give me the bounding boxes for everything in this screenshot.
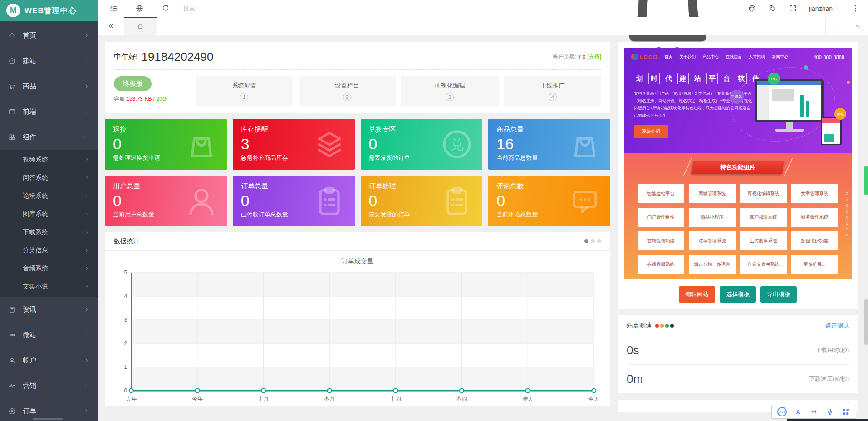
setup-step[interactable]: 上线推广 4 (504, 76, 602, 106)
sidebar-item[interactable]: 建站 (0, 48, 98, 73)
tab-home[interactable] (124, 17, 157, 35)
stat-card[interactable]: 商品总量 16 当前商品总数量 (488, 119, 610, 170)
feature-item: 门户管理组件 (638, 208, 684, 227)
sidebar-subitem-label: 分类信息 (23, 246, 84, 255)
feature-item: 上传图库系统 (740, 231, 787, 250)
tablet-illustration (821, 117, 842, 145)
feature-item: 微站小程序 (689, 208, 736, 227)
sidebar-item-label: 营销 (23, 382, 83, 390)
capacity-total: / 20G (153, 96, 167, 102)
template-action-button[interactable]: 编辑网站 (679, 286, 715, 303)
collapse-menu-icon[interactable] (109, 4, 118, 13)
sidebar-item[interactable]: 首页 (0, 23, 98, 48)
globe-icon[interactable] (135, 4, 144, 13)
home-icon (137, 23, 144, 30)
svg-text:1: 1 (124, 364, 127, 370)
sidebar-item[interactable]: 组件 (0, 124, 98, 150)
sidebar-subitem[interactable]: 文集小说 (0, 278, 98, 296)
tag-icon[interactable] (768, 4, 777, 13)
sidebar-item[interactable]: 微站 (0, 322, 98, 348)
setup-step[interactable]: 设置栏目 2 (299, 76, 396, 106)
sidebar-subitem[interactable]: 音频系统 (0, 259, 98, 278)
feature-item: 数据维护功能 (791, 231, 838, 250)
promo-logo: LOGO (631, 54, 657, 60)
promo-phone: 400-800-8888 (813, 54, 844, 60)
refresh-icon[interactable] (161, 4, 170, 13)
sidebar-item[interactable]: 营销 (0, 373, 98, 398)
ifly-logo-icon[interactable]: iFLY (777, 407, 787, 416)
ime-menu-icon[interactable] (841, 407, 850, 416)
chat-icon (567, 183, 603, 219)
recharge-link[interactable]: [充值] (587, 53, 601, 61)
promo-carousel-dots (846, 192, 848, 236)
run-speedtest-link[interactable]: 点击测试 (825, 322, 849, 330)
chevron-right-icon (84, 211, 89, 217)
user-menu[interactable]: jianzhan (809, 5, 839, 12)
svg-text:5: 5 (124, 269, 127, 276)
scrollbar-thumb[interactable] (864, 166, 868, 195)
promo-cta-button: 系统介绍 (634, 125, 668, 138)
promo-nav-item: 人才招聘 (749, 54, 765, 60)
sidebar-subitem[interactable]: 问答系统 (0, 169, 98, 187)
step-title: 设置栏目 (335, 82, 359, 90)
setup-step[interactable]: 可视化编辑 3 (401, 76, 499, 106)
statistics-title: 数据统计 (114, 237, 139, 245)
sidebar-subitem[interactable]: 图库系统 (0, 205, 98, 223)
promo-nav-item: 关于我们 (679, 54, 696, 60)
carousel-dot[interactable] (597, 239, 601, 243)
tabs-scroll-right-button[interactable] (825, 17, 847, 35)
user-icon (8, 357, 16, 364)
stat-card[interactable]: 库存提醒 3 急需补充商品库存 (233, 119, 355, 170)
tabs-menu-button[interactable] (847, 17, 868, 35)
step-number: 4 (549, 93, 557, 101)
microphone-icon[interactable] (825, 407, 834, 416)
feature-item: 财务管理系统 (791, 208, 838, 227)
step-title: 上线推广 (540, 82, 565, 90)
chart-title: 订单成交量 (105, 257, 610, 265)
infinity-icon (8, 331, 16, 339)
tabbar (98, 17, 868, 35)
carousel-dot[interactable] (591, 239, 595, 243)
sidebar-item-label: 资讯 (23, 305, 83, 314)
setup-step[interactable]: 系统配置 1 (196, 76, 293, 106)
carousel-dot[interactable] (584, 239, 588, 243)
template-action-button[interactable]: 选择模板 (720, 286, 756, 303)
template-action-button[interactable]: 导出模板 (760, 286, 797, 303)
sidebar-subitem[interactable]: 视频系统 (0, 151, 98, 169)
tabs-scroll-left-button[interactable] (98, 17, 124, 35)
punctuation-icon[interactable] (809, 407, 819, 416)
chevron-right-icon (83, 134, 89, 140)
svg-text:4: 4 (124, 293, 127, 299)
plan-badge[interactable]: 终极版 (114, 76, 152, 91)
fullscreen-icon[interactable] (789, 4, 797, 13)
scrollbar-thumb[interactable] (864, 299, 868, 345)
statistics-card: 数据统计 订单成交量 012345去年今年上月本月上周本周昨天今天 (105, 232, 610, 406)
sidebar-subitem[interactable]: 论坛系统 (0, 187, 98, 205)
stat-card[interactable]: 订单总量 0 已付款订单总数量 (233, 176, 355, 226)
sidebar-subitem[interactable]: 下载系统 (0, 223, 98, 241)
yen-icon (8, 407, 16, 415)
chevron-down-icon (854, 23, 861, 29)
stat-card[interactable]: 评论总数 0 当前评论总数量 (488, 176, 610, 226)
feature-item: 自定义表单系统 (740, 255, 787, 274)
stat-card[interactable]: 退换 0 需处理退换货申请 (105, 119, 227, 170)
chevron-right-icon (84, 157, 89, 162)
sidebar-scrollbar-thumb[interactable] (33, 418, 63, 420)
sidebar-item[interactable]: 商品 (0, 73, 98, 99)
font-icon[interactable]: A (794, 407, 803, 416)
palette-icon[interactable] (748, 4, 756, 13)
sidebar-item[interactable]: 前端 (0, 99, 98, 124)
gauge-icon (8, 57, 16, 65)
template-preview-image[interactable]: LOGO 首页关于我们产品中心在线留言人才招聘新闻中心 400-800-8888… (624, 48, 852, 279)
stat-card[interactable]: 兑换专区 0 需要发货的订单 兑 (361, 119, 483, 170)
stat-card[interactable]: 订单处理 0 需要发货的订单 (361, 176, 483, 226)
sidebar-item[interactable]: 帐户 (0, 348, 98, 373)
more-icon[interactable] (851, 4, 860, 13)
sidebar-subitem[interactable]: 分类信息 (0, 241, 98, 259)
search-input[interactable] (183, 5, 279, 12)
svg-text:兑: 兑 (450, 137, 464, 152)
window-icon (8, 108, 16, 116)
sidebar-item[interactable]: 资讯 (0, 297, 98, 322)
chevron-right-icon (84, 284, 89, 289)
stat-card[interactable]: 用户总量 0 当前用户总数量 (105, 176, 227, 226)
